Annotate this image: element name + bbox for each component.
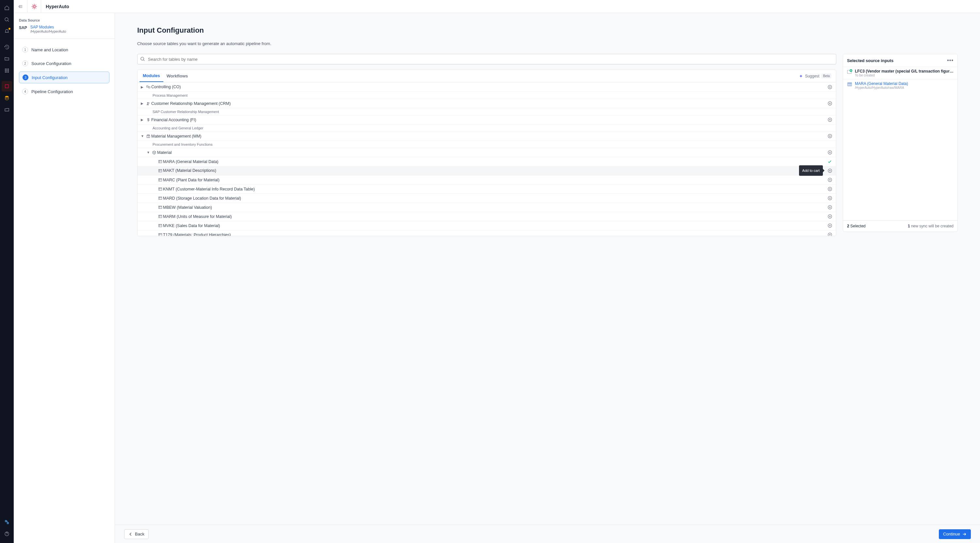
add-icon[interactable] <box>827 150 833 155</box>
category-row[interactable]: ▼Material <box>137 148 836 157</box>
step-source-config[interactable]: 2Source Configuration <box>19 58 110 69</box>
module-sub: SAP Customer Relationship Management <box>137 108 836 115</box>
module-row[interactable]: ▼Material Management (MM) <box>137 131 836 140</box>
search-container <box>137 54 836 64</box>
add-icon[interactable] <box>827 168 833 173</box>
caret-down-icon[interactable]: ▼ <box>141 134 145 138</box>
check-icon[interactable] <box>827 159 833 164</box>
svg-rect-6 <box>8 70 9 71</box>
module-row[interactable]: ▶Customer Relationship Management (CRM) <box>137 99 836 108</box>
table-row[interactable]: T179 (Materials: Product Hierarchies) <box>137 230 836 236</box>
add-icon[interactable] <box>827 196 833 201</box>
svg-rect-36 <box>158 215 162 218</box>
table-row[interactable]: MBEW (Material Valuation) <box>137 202 836 212</box>
dollar-icon <box>145 118 151 122</box>
svg-rect-38 <box>158 224 162 227</box>
step-pipeline-config[interactable]: 4Pipeline Configuration <box>19 86 110 97</box>
new-dataset-icon <box>847 69 852 75</box>
svg-rect-10 <box>5 84 8 88</box>
add-icon[interactable] <box>827 214 833 219</box>
cart-item[interactable]: MARA (General Material Data)/HyperAuto/H… <box>843 79 958 91</box>
svg-rect-46 <box>848 83 852 86</box>
rail-search-icon[interactable] <box>2 14 12 25</box>
page-title: Input Configuration <box>137 26 958 35</box>
module-row[interactable]: ▶Financial Accounting (FI) <box>137 115 836 124</box>
caret-right-icon[interactable]: ▶ <box>141 118 145 121</box>
table-row[interactable]: MARC (Plant Data for Material) <box>137 175 836 184</box>
continue-button[interactable]: Continue <box>939 529 971 539</box>
rail-home-icon[interactable] <box>2 3 12 13</box>
rail-open-icon[interactable] <box>2 105 12 115</box>
svg-rect-15 <box>147 86 148 87</box>
app-title: HyperAuto <box>41 4 74 9</box>
add-icon[interactable] <box>827 186 833 191</box>
cart-panel: Selected source inputs ••• LFC3 (Vendor … <box>843 54 958 232</box>
svg-rect-4 <box>5 70 6 71</box>
step-name-location[interactable]: 1Name and Location <box>19 44 110 55</box>
breadcrumb-level: SAP <box>19 25 27 30</box>
table-icon <box>157 214 163 218</box>
back-button[interactable]: Back <box>124 529 149 539</box>
table-row[interactable]: MARM (Units of Measure for Material) <box>137 212 836 221</box>
package-icon <box>145 134 151 139</box>
svg-rect-8 <box>6 72 8 73</box>
rail-help-icon[interactable] <box>2 529 12 539</box>
table-row[interactable]: MARA (General Material Data) <box>137 157 836 166</box>
cart-item[interactable]: LFC3 (Vendor master (special G/L transac… <box>843 67 958 79</box>
svg-rect-25 <box>158 160 162 163</box>
svg-rect-32 <box>158 197 162 199</box>
breadcrumb-link[interactable]: SAP Modules <box>30 25 66 29</box>
beta-badge: Beta <box>821 73 831 78</box>
table-icon <box>157 178 163 182</box>
rail-bell-icon[interactable] <box>2 26 12 37</box>
rail-folder-icon[interactable] <box>2 54 12 64</box>
table-row[interactable]: KNMT (Customer-Material Info Record Data… <box>137 184 836 193</box>
search-input[interactable] <box>137 54 836 64</box>
rail-history-icon[interactable] <box>2 42 12 52</box>
rail-data-lineage-icon[interactable] <box>2 517 12 527</box>
caret-right-icon[interactable]: ▶ <box>141 85 145 89</box>
table-row[interactable]: MAKT (Material Descriptions) <box>137 166 836 175</box>
svg-point-19 <box>148 102 150 104</box>
module-sub: Procurement and Inventory Functions <box>137 140 836 148</box>
caret-down-icon[interactable]: ▼ <box>147 151 151 154</box>
table-icon <box>157 187 163 191</box>
module-row[interactable]: ▶Controlling (CO) <box>137 82 836 91</box>
add-icon[interactable] <box>827 84 833 89</box>
tab-modules[interactable]: Modules <box>140 70 163 82</box>
add-icon[interactable] <box>827 134 833 139</box>
module-icon <box>145 84 151 89</box>
svg-rect-1 <box>5 68 6 70</box>
svg-point-13 <box>33 6 35 8</box>
table-row[interactable]: MARD (Storage Location Data for Material… <box>137 193 836 202</box>
add-icon[interactable] <box>827 101 833 106</box>
rail-database-icon[interactable] <box>2 93 12 103</box>
sidebar-heading: Data Source <box>19 18 110 22</box>
add-icon[interactable] <box>827 117 833 122</box>
add-icon[interactable] <box>827 223 833 228</box>
svg-point-11 <box>5 96 8 97</box>
add-icon[interactable] <box>827 205 833 210</box>
table-row[interactable]: MVKE (Sales Data for Material) <box>137 221 836 230</box>
svg-rect-9 <box>8 72 9 73</box>
wizard-footer: Back Continue <box>115 525 980 543</box>
more-icon[interactable]: ••• <box>947 57 953 64</box>
menu-toggle-icon[interactable] <box>14 0 27 13</box>
add-icon[interactable] <box>827 232 833 236</box>
caret-right-icon[interactable]: ▶ <box>141 102 145 105</box>
topbar: HyperAuto <box>14 0 980 13</box>
suggest-button[interactable]: ✦ Suggest Beta <box>799 73 834 79</box>
svg-point-0 <box>5 18 8 21</box>
rail-object-icon[interactable] <box>2 81 12 91</box>
svg-rect-34 <box>158 206 162 209</box>
app-logo-icon <box>27 0 41 13</box>
cart-heading: Selected source inputs <box>847 58 893 63</box>
step-input-config[interactable]: 3Input Configuration <box>19 72 110 83</box>
breadcrumb-path: /HyperAuto/HyperAuto <box>30 29 66 33</box>
dataset-icon <box>847 82 852 87</box>
add-icon[interactable] <box>827 177 833 182</box>
svg-rect-16 <box>149 87 150 88</box>
table-icon <box>157 232 163 236</box>
rail-apps-icon[interactable] <box>2 65 12 76</box>
tab-workflows[interactable]: Workflows <box>163 70 191 82</box>
